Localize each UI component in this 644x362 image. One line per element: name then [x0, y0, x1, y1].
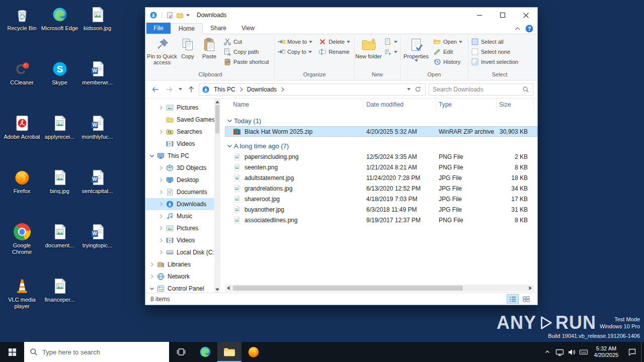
forward-button[interactable] — [163, 83, 175, 96]
chevron-right-icon[interactable] — [157, 213, 165, 220]
desktop-icon-adobe-acrobat[interactable]: Adobe Acrobat — [3, 112, 41, 166]
nav-item-control-panel[interactable]: Control Panel — [145, 283, 214, 293]
chevron-down-icon[interactable] — [148, 152, 155, 159]
file-row-seenten-png[interactable]: seenten.png1/21/2024 8:21 AMPNG File8 KB — [225, 162, 537, 172]
chevron-right-icon[interactable] — [148, 273, 155, 280]
desktop-icon-memberwr[interactable]: Wmemberwr... — [78, 57, 116, 112]
nav-scrollbar[interactable] — [214, 99, 220, 293]
task-view-button[interactable] — [169, 342, 193, 362]
nav-item-local-disk-c[interactable]: Local Disk (C:) — [145, 246, 214, 258]
desktop-icon-vlc-media-player[interactable]: VLC media player — [3, 275, 41, 329]
group-header-a-long-time-ago-7[interactable]: A long time ago (7) — [225, 140, 537, 151]
chevron-down-icon[interactable] — [148, 285, 155, 292]
close-button[interactable] — [514, 8, 537, 23]
file-row-black-hat-worm-2025-zip[interactable]: Black Hat Worm 2025.zip4/20/2025 5:32 AM… — [225, 126, 537, 137]
nav-item-this-pc[interactable]: This PC — [145, 150, 214, 162]
address-dropdown-button[interactable] — [407, 88, 411, 90]
nav-item-network[interactable]: Network — [145, 270, 214, 283]
nav-item-music[interactable]: Music — [145, 210, 214, 222]
group-header-today-1[interactable]: Today (1) — [225, 115, 537, 126]
nav-scrollbar-thumb[interactable] — [215, 105, 219, 133]
chevron-right-icon[interactable] — [157, 104, 165, 111]
chevron-right-icon[interactable] — [157, 249, 165, 256]
up-button[interactable] — [185, 83, 197, 96]
desktop-icon-binq-jpg[interactable]: binq.jpg — [41, 166, 78, 220]
new-folder-button[interactable]: New folder — [355, 35, 382, 71]
nav-item-downloads[interactable]: Downloads — [145, 198, 214, 210]
desktop-icon-kidsson-jpg[interactable]: kidsson.jpg — [78, 3, 116, 57]
paste-button[interactable]: Paste — [198, 35, 220, 71]
minimize-button[interactable] — [468, 8, 491, 23]
address-box[interactable]: This PC Downloads — [199, 83, 426, 96]
taskbar-explorer-button[interactable] — [217, 342, 242, 362]
file-row-shareroot-jpg[interactable]: shareroot.jpg4/18/2019 7:03 PMJPG File17… — [225, 194, 537, 204]
refresh-button[interactable] — [415, 86, 421, 93]
desktop-icon-ccleaner[interactable]: CCCleaner — [3, 57, 41, 112]
easy-access-button[interactable] — [382, 47, 399, 57]
volume-tray-button[interactable] — [566, 342, 578, 362]
column-header-name[interactable]: Name — [225, 99, 364, 111]
search-icon[interactable] — [522, 86, 529, 93]
taskbar-edge-button[interactable] — [193, 342, 217, 362]
chevron-right-icon[interactable] — [157, 189, 165, 196]
help-button[interactable]: ? — [525, 25, 533, 33]
scroll-left-icon[interactable] — [225, 285, 232, 292]
scroll-down-icon[interactable] — [214, 286, 220, 293]
scroll-up-icon[interactable] — [214, 99, 220, 105]
desktop-icon-recycle-bin[interactable]: Recycle Bin — [3, 3, 41, 57]
open-button[interactable]: Open — [431, 37, 464, 47]
scroll-right-icon[interactable] — [527, 285, 534, 292]
nav-item-searches[interactable]: Searches — [145, 126, 214, 138]
invert-selection-button[interactable]: Invert selection — [469, 57, 520, 67]
network-tray-button[interactable] — [553, 342, 566, 362]
keyboard-tray-button[interactable] — [578, 342, 590, 362]
nav-item-libraries[interactable]: Libraries — [145, 258, 214, 270]
maximize-button[interactable] — [491, 8, 514, 23]
copy-button[interactable]: Copy — [177, 35, 198, 71]
breadcrumb-separator-icon[interactable] — [281, 87, 284, 92]
back-button[interactable] — [149, 83, 162, 96]
horizontal-scrollbar[interactable] — [225, 285, 534, 292]
nav-item-saved-games[interactable]: Saved Games — [145, 114, 214, 126]
chevron-right-icon[interactable] — [157, 164, 165, 171]
file-row-buyanother-jpg[interactable]: buyanother.jpg6/3/2018 11:49 PMJPG File3… — [225, 204, 537, 215]
cut-button[interactable]: Cut — [221, 37, 271, 47]
delete-button[interactable]: Delete — [316, 37, 352, 47]
desktop-icon-google-chrome[interactable]: Google Chrome — [3, 220, 41, 275]
nav-item-pictures[interactable]: Pictures — [145, 102, 214, 114]
large-icons-view-button[interactable] — [520, 294, 532, 304]
chevron-down-icon[interactable] — [225, 118, 234, 124]
chevron-right-icon[interactable] — [157, 225, 165, 232]
chevron-right-icon[interactable] — [157, 176, 165, 184]
nav-item-pictures[interactable]: Pictures — [145, 222, 214, 234]
chevron-right-icon[interactable] — [157, 237, 165, 244]
tab-share[interactable]: Share — [203, 23, 234, 34]
chevron-right-icon[interactable] — [157, 128, 165, 135]
taskbar-firefox-button[interactable] — [242, 342, 266, 362]
taskbar-search-box[interactable]: Type here to search — [24, 342, 169, 362]
details-view-button[interactable] — [507, 294, 519, 304]
recent-locations-button[interactable] — [177, 83, 184, 96]
file-row-papersincluding-png[interactable]: papersincluding.png12/5/2024 3:35 AMPNG … — [225, 151, 537, 162]
desktop-icon-microsoft-edge[interactable]: Microsoft Edge — [41, 3, 78, 57]
nav-item-documents[interactable]: Documents — [145, 186, 214, 198]
edit-button[interactable]: Edit — [431, 47, 464, 57]
breadcrumb-downloads[interactable]: Downloads — [245, 86, 279, 93]
desktop-icon-financeper[interactable]: financeper... — [41, 275, 78, 329]
desktop-icon-skype[interactable]: SSkype — [41, 57, 78, 112]
tab-home[interactable]: Home — [171, 23, 203, 34]
desktop-icon-firefox[interactable]: Firefox — [3, 166, 41, 220]
show-desktop-button[interactable] — [641, 342, 644, 362]
hidden-icons-button[interactable] — [541, 342, 553, 362]
desktop-icon-sentcapital[interactable]: Wsentcapital... — [78, 166, 116, 220]
nav-item-desktop[interactable]: Desktop — [145, 174, 214, 186]
desktop-icon-tryingtopic[interactable]: Wtryingtopic... — [78, 220, 116, 275]
file-row-grandrelations-jpg[interactable]: grandrelations.jpg6/13/2020 12:52 PMJPG … — [225, 183, 537, 194]
chevron-right-icon[interactable] — [157, 201, 165, 208]
move-to-button[interactable]: Move to — [275, 37, 314, 47]
chevron-right-icon[interactable] — [148, 261, 155, 268]
copy-to-button[interactable]: Copy to — [275, 47, 314, 57]
pin-to-quick-access-button[interactable]: Pin to Quick access — [147, 35, 177, 71]
tab-file[interactable]: File — [146, 23, 171, 34]
column-header-type[interactable]: Type — [436, 99, 497, 111]
